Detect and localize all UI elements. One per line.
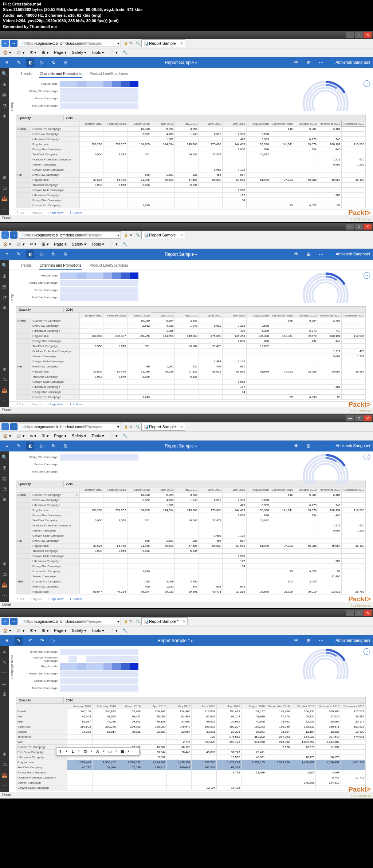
data-cell[interactable] bbox=[318, 553, 342, 558]
data-cell[interactable] bbox=[342, 187, 366, 192]
data-cell[interactable]: 163,708 bbox=[117, 709, 142, 714]
data-cell[interactable] bbox=[127, 389, 151, 394]
heatmap-cell[interactable] bbox=[60, 287, 68, 294]
data-cell[interactable]: 5,335 bbox=[175, 182, 199, 187]
month-header[interactable]: July 2010 bbox=[223, 313, 246, 318]
data-cell[interactable]: 275,612 bbox=[216, 734, 241, 739]
data-cell[interactable]: 23,967 bbox=[167, 729, 192, 734]
data-cell[interactable] bbox=[79, 497, 103, 502]
month-header[interactable]: March 2010 bbox=[127, 121, 151, 126]
data-cell[interactable]: 57,426 bbox=[175, 369, 199, 374]
data-cell[interactable] bbox=[151, 359, 175, 364]
data-cell[interactable] bbox=[151, 548, 175, 553]
data-cell[interactable] bbox=[318, 579, 342, 584]
data-cell[interactable] bbox=[342, 198, 366, 203]
data-cell[interactable] bbox=[127, 533, 151, 538]
campaign-cell[interactable]: Canyon Mule Campaign bbox=[31, 187, 79, 192]
heatmap-cell[interactable] bbox=[130, 81, 138, 87]
window-minimize-button[interactable]: — bbox=[346, 610, 354, 616]
month-header[interactable]: July 2010 bbox=[216, 704, 241, 709]
data-cell[interactable] bbox=[342, 553, 366, 558]
data-cell[interactable] bbox=[294, 167, 318, 172]
heatmap-cell[interactable] bbox=[77, 81, 86, 87]
campaign-cell[interactable]: Seeker Campaign bbox=[31, 162, 79, 167]
menu-tools[interactable]: Tools ▾ bbox=[90, 628, 106, 634]
data-cell[interactable] bbox=[79, 579, 103, 584]
heatmap-cell[interactable] bbox=[60, 280, 68, 286]
play-icon[interactable]: ▷ bbox=[38, 59, 46, 67]
campaign-cell[interactable]: TrailChef Campaign bbox=[31, 548, 79, 553]
data-cell[interactable] bbox=[223, 343, 246, 349]
data-cell[interactable] bbox=[223, 182, 246, 187]
data-cell[interactable] bbox=[294, 553, 318, 558]
month-header[interactable]: March 2010 bbox=[117, 704, 142, 709]
data-cell[interactable] bbox=[103, 389, 127, 394]
data-cell[interactable] bbox=[199, 203, 222, 208]
heatmap-cell[interactable] bbox=[121, 454, 130, 461]
row-label[interactable]: Fax bbox=[16, 714, 67, 719]
data-cell[interactable] bbox=[167, 785, 192, 790]
data-cell[interactable]: 45,067 bbox=[318, 543, 342, 548]
data-cell[interactable] bbox=[151, 523, 175, 528]
data-cell[interactable]: 112,578 bbox=[341, 709, 365, 714]
campaign-cell[interactable]: Course Pro Campaign bbox=[31, 394, 79, 399]
data-cell[interactable] bbox=[127, 338, 151, 343]
campaign-cell[interactable]: EverGlow Campaign bbox=[31, 172, 79, 177]
view-icon[interactable]: 👁 bbox=[292, 59, 301, 67]
insert-icon[interactable]: ≡ bbox=[3, 649, 6, 654]
data-cell[interactable]: 30,177 bbox=[341, 719, 365, 724]
data-cell[interactable] bbox=[342, 513, 366, 518]
data-cell[interactable] bbox=[223, 354, 246, 359]
data-cell[interactable]: 386 bbox=[318, 384, 342, 389]
menu-page[interactable]: Page ▾ bbox=[52, 241, 68, 247]
data-cell[interactable]: 440 bbox=[318, 147, 342, 152]
data-cell[interactable] bbox=[342, 126, 366, 131]
data-cell[interactable] bbox=[127, 136, 151, 142]
data-cell[interactable]: 39,030 bbox=[151, 589, 175, 594]
campaign-cell[interactable]: Hibernator Campaign bbox=[31, 136, 79, 142]
heatmap-cell[interactable] bbox=[103, 287, 112, 294]
campaign-cell[interactable]: Seeker Campaign bbox=[31, 354, 79, 359]
data-cell[interactable] bbox=[142, 739, 167, 744]
heatmap-cell[interactable] bbox=[112, 81, 121, 87]
format-toolbar[interactable]: Ƭ▾Σ▾⧉▾A▾▭▾⊞▾⋯ bbox=[56, 747, 140, 756]
data-cell[interactable]: 168,931 bbox=[291, 724, 316, 729]
data-cell[interactable]: 48,093 bbox=[142, 714, 167, 719]
heatmap-cell[interactable] bbox=[86, 272, 95, 279]
data-cell[interactable] bbox=[246, 349, 270, 354]
data-cell[interactable]: 13,555 bbox=[216, 754, 241, 760]
data-cell[interactable]: 1,249 bbox=[127, 394, 151, 399]
data-cell[interactable] bbox=[151, 379, 175, 384]
data-cell[interactable] bbox=[199, 558, 222, 564]
data-cell[interactable] bbox=[341, 739, 365, 744]
data-cell[interactable]: 2,549 bbox=[103, 374, 127, 379]
window-maximize-button[interactable]: □ bbox=[355, 224, 363, 230]
close-icon[interactable]: ✕ bbox=[180, 425, 183, 429]
data-cell[interactable]: 351 bbox=[127, 152, 151, 157]
data-cell[interactable]: 22,338 bbox=[216, 729, 241, 734]
data-cell[interactable] bbox=[117, 739, 142, 744]
data-cell[interactable]: 743 bbox=[318, 328, 342, 333]
data-cell[interactable]: 135,338 bbox=[246, 333, 270, 338]
data-cell[interactable] bbox=[270, 192, 294, 198]
data-cell[interactable] bbox=[151, 182, 175, 187]
data-cell[interactable] bbox=[151, 518, 175, 523]
data-cell[interactable]: 237,307 bbox=[103, 507, 127, 513]
data-cell[interactable] bbox=[294, 558, 318, 564]
data-cell[interactable] bbox=[103, 364, 127, 369]
data-cell[interactable]: 245,942 bbox=[167, 724, 192, 729]
month-header[interactable]: February 2010 bbox=[103, 313, 127, 318]
data-cell[interactable]: 29,463 bbox=[266, 719, 291, 724]
data-cell[interactable]: 1,249 bbox=[127, 569, 151, 574]
data-cell[interactable]: 12,032 bbox=[246, 518, 270, 523]
month-header[interactable]: October 2010 bbox=[294, 121, 318, 126]
data-cell[interactable] bbox=[79, 553, 103, 558]
tools-icon[interactable]: 🔧 bbox=[121, 628, 129, 634]
data-cell[interactable] bbox=[270, 349, 294, 354]
upload-icon[interactable]: 📤 bbox=[1, 387, 7, 393]
data-cell[interactable]: 156,341 bbox=[142, 709, 167, 714]
month-header[interactable]: March 2010 bbox=[127, 487, 151, 492]
data-cell[interactable] bbox=[127, 328, 151, 333]
help-icon[interactable]: ❔ ▾ bbox=[108, 241, 119, 247]
data-cell[interactable] bbox=[103, 328, 127, 333]
